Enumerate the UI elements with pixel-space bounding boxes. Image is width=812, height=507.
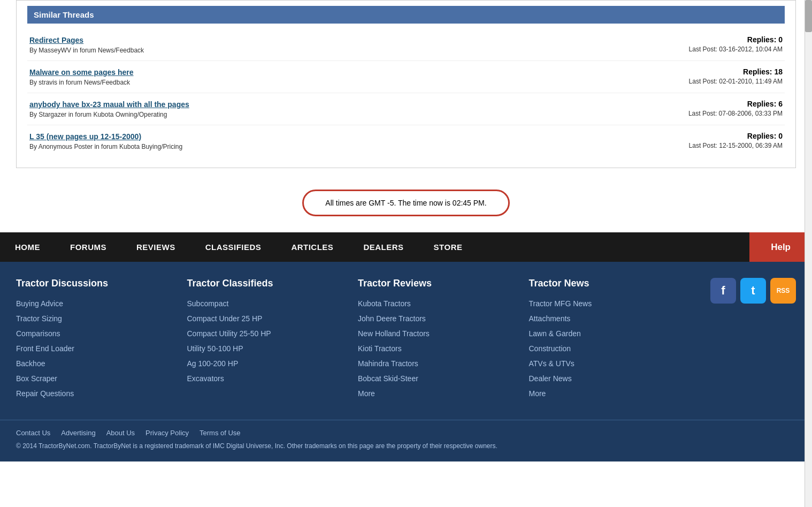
rss-icon[interactable]: RSS [770,278,796,304]
footer-link-item: John Deere Tractors [358,314,529,323]
social-icons: f t RSS [710,278,796,304]
footer-link-item: ATVs & UTVs [529,359,700,368]
thread-title: Redirect Pages [29,35,633,45]
thread-left: Redirect Pages By MasseyWV in forum News… [29,35,633,54]
facebook-icon[interactable]: f [710,278,736,304]
footer-link[interactable]: Dealer News [529,374,572,383]
thread-title: L 35 (new pages up 12-15-2000) [29,132,633,141]
similar-threads-header: Similar Threads [27,6,785,24]
footer-link[interactable]: Box Scraper [16,374,57,383]
thread-by: By stravis in forum News/Feedback [29,79,633,86]
thread-row: anybody have bx-23 maual with all the pa… [27,93,785,125]
thread-row: L 35 (new pages up 12-15-2000) By Anonym… [27,125,785,157]
footer-classifieds-links: SubcompactCompact Under 25 HPCompact Uti… [187,299,358,383]
footer-link[interactable]: Tractor Sizing [16,314,62,323]
footer-link[interactable]: Tractor MFG News [529,299,592,308]
footer-reviews-links: Kubota TractorsJohn Deere TractorsNew Ho… [358,299,529,398]
footer-link[interactable]: Bobcat Skid-Steer [358,374,418,383]
footer-link-item: Backhoe [16,359,187,368]
footer-link[interactable]: Utility 50-100 HP [187,344,243,353]
time-notice-wrapper: All times are GMT -5. The time now is 02… [0,168,812,232]
thread-replies: Replies: 18 [633,67,783,76]
footer-classifieds-col: Tractor Classifieds SubcompactCompact Un… [187,278,358,404]
nav-item-home[interactable]: HOME [0,232,55,262]
twitter-icon[interactable]: t [740,278,766,304]
footer-bottom-link[interactable]: Advertising [61,429,95,437]
thread-right: Replies: 0 Last Post: 12-15-2000, 06:39 … [633,132,783,149]
footer-link[interactable]: Mahindra Tractors [358,359,418,368]
footer-link[interactable]: Lawn & Garden [529,329,581,338]
thread-lastpost: Last Post: 03-16-2012, 10:04 AM [633,46,783,53]
thread-left: Malware on some pages here By stravis in… [29,67,633,86]
thread-right: Replies: 18 Last Post: 02-01-2010, 11:49… [633,67,783,85]
footer-link[interactable]: More [529,389,546,398]
footer-bottom-link[interactable]: Privacy Policy [145,429,189,437]
footer-link[interactable]: Excavators [187,374,224,383]
footer-bottom-link[interactable]: About Us [106,429,135,437]
footer-bottom-link[interactable]: Contact Us [16,429,50,437]
thread-right: Replies: 0 Last Post: 03-16-2012, 10:04 … [633,35,783,53]
footer-link-item: New Holland Tractors [358,329,529,338]
footer-link[interactable]: Buying Advice [16,299,63,308]
footer-link-item: Repair Questions [16,389,187,398]
thread-replies: Replies: 0 [633,132,783,140]
thread-replies: Replies: 0 [633,35,783,44]
thread-link[interactable]: L 35 (new pages up 12-15-2000) [29,132,141,141]
scrollbar-thumb[interactable] [805,0,812,32]
scrollbar-track[interactable] [805,0,812,461]
nav-item-dealers[interactable]: DEALERS [348,232,418,262]
nav-item-classifieds[interactable]: CLASSIFIEDS [190,232,277,262]
footer-link[interactable]: Subcompact [187,299,229,308]
footer-link[interactable]: John Deere Tractors [358,314,426,323]
footer-bottom-links: Contact UsAdvertisingAbout UsPrivacy Pol… [16,429,796,437]
thread-link[interactable]: Malware on some pages here [29,68,134,77]
footer-link-item: Ag 100-200 HP [187,359,358,368]
footer-link[interactable]: Compact Utility 25-50 HP [187,329,271,338]
thread-right: Replies: 6 Last Post: 07-08-2006, 03:33 … [633,100,783,117]
footer-bottom-link[interactable]: Terms of Use [200,429,241,437]
help-button[interactable]: Help [749,232,812,262]
nav-item-forums[interactable]: FORUMS [55,232,121,262]
footer-link[interactable]: Construction [529,344,571,353]
thread-link[interactable]: anybody have bx-23 maual with all the pa… [29,100,189,109]
footer-link[interactable]: More [358,389,375,398]
footer-reviews-title: Tractor Reviews [358,278,529,289]
footer-copyright: © 2014 TractorByNet.com. TractorByNet is… [16,442,796,458]
footer-link[interactable]: New Holland Tractors [358,329,430,338]
footer-link-item: Dealer News [529,374,700,383]
nav-item-reviews[interactable]: REVIEWS [121,232,190,262]
footer-link[interactable]: Ag 100-200 HP [187,359,239,368]
footer-blue: Tractor Discussions Buying AdviceTractor… [0,262,812,420]
footer-link[interactable]: Backhoe [16,359,45,368]
thread-row: Redirect Pages By MasseyWV in forum News… [27,29,785,61]
footer-news-links: Tractor MFG NewsAttachmentsLawn & Garden… [529,299,700,398]
footer-link-item: More [529,389,700,398]
nav-item-store[interactable]: STORE [419,232,478,262]
thread-replies: Replies: 6 [633,100,783,108]
nav-item-articles[interactable]: ARTICLES [276,232,348,262]
footer-link-item: Construction [529,344,700,353]
thread-left: L 35 (new pages up 12-15-2000) By Anonym… [29,132,633,150]
footer-link[interactable]: Repair Questions [16,389,74,398]
footer-link-item: Lawn & Garden [529,329,700,338]
thread-link[interactable]: Redirect Pages [29,36,83,44]
footer-link-item: Kubota Tractors [358,299,529,308]
footer-link[interactable]: Kioti Tractors [358,344,402,353]
footer-link[interactable]: Attachments [529,314,571,323]
footer-link-item: Excavators [187,374,358,383]
thread-lastpost: Last Post: 02-01-2010, 11:49 AM [633,78,783,85]
footer-link-item: Comparisons [16,329,187,338]
footer-link-item: Tractor MFG News [529,299,700,308]
footer-link-item: More [358,389,529,398]
thread-row: Malware on some pages here By stravis in… [27,61,785,93]
footer-link[interactable]: Front End Loader [16,344,74,353]
nav-bar: HOMEFORUMSREVIEWSCLASSIFIEDSARTICLESDEAL… [0,232,812,262]
footer-link[interactable]: ATVs & UTVs [529,359,574,368]
footer-link[interactable]: Kubota Tractors [358,299,411,308]
footer-link[interactable]: Compact Under 25 HP [187,314,263,323]
footer-bottom-bar: Contact UsAdvertisingAbout UsPrivacy Pol… [0,420,812,461]
footer-discussions-col: Tractor Discussions Buying AdviceTractor… [16,278,187,404]
thread-title: Malware on some pages here [29,67,633,77]
footer-link[interactable]: Comparisons [16,329,60,338]
footer-link-item: Mahindra Tractors [358,359,529,368]
